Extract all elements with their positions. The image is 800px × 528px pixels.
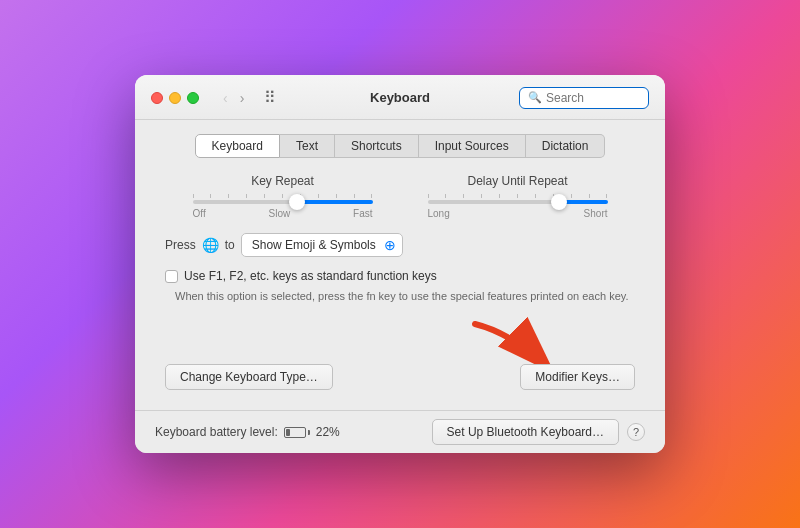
delay-repeat-long: Long (428, 208, 450, 219)
bottom-buttons-row: Change Keyboard Type… Modifier Keys… (155, 354, 645, 394)
tab-bar: Keyboard Text Shortcuts Input Sources Di… (155, 134, 645, 158)
delay-repeat-label: Delay Until Repeat (467, 174, 567, 188)
arrow-area: Change Keyboard Type… Modifier Keys… (155, 304, 645, 394)
status-buttons: Set Up Bluetooth Keyboard… ? (432, 419, 645, 445)
setup-bluetooth-button[interactable]: Set Up Bluetooth Keyboard… (432, 419, 619, 445)
keyboard-preferences-window: ‹ › ⠿ Keyboard 🔍 Keyboard Text Shortcuts… (135, 75, 665, 453)
forward-button[interactable]: › (236, 88, 249, 108)
help-button[interactable]: ? (627, 423, 645, 441)
tab-input-sources[interactable]: Input Sources (419, 134, 526, 158)
key-repeat-slow: Slow (269, 208, 291, 219)
battery-body (284, 427, 306, 438)
maximize-button[interactable] (187, 92, 199, 104)
emoji-dropdown-value: Show Emoji & Symbols (252, 238, 376, 252)
key-repeat-label: Key Repeat (251, 174, 314, 188)
titlebar: ‹ › ⠿ Keyboard 🔍 (135, 75, 665, 120)
key-repeat-slider[interactable] (193, 200, 373, 204)
battery-icon (284, 427, 310, 438)
battery-label: Keyboard battery level: (155, 425, 278, 439)
battery-tip (308, 430, 310, 435)
function-keys-row: Use F1, F2, etc. keys as standard functi… (155, 269, 645, 283)
function-keys-checkbox[interactable] (165, 270, 178, 283)
battery-row: Keyboard battery level: 22% (155, 425, 340, 439)
press-label: Press (165, 238, 196, 252)
change-keyboard-button[interactable]: Change Keyboard Type… (165, 364, 333, 390)
delay-repeat-thumb[interactable] (551, 194, 567, 210)
tab-text[interactable]: Text (280, 134, 335, 158)
key-repeat-off: Off (193, 208, 206, 219)
search-input[interactable] (546, 91, 640, 105)
traffic-lights (151, 92, 199, 104)
search-icon: 🔍 (528, 91, 542, 104)
tab-keyboard[interactable]: Keyboard (195, 134, 280, 158)
press-to-label: to (225, 238, 235, 252)
dropdown-arrow-icon: ⊕ (384, 237, 396, 253)
minimize-button[interactable] (169, 92, 181, 104)
tab-dictation[interactable]: Dictation (526, 134, 606, 158)
delay-repeat-short: Short (584, 208, 608, 219)
nav-arrows: ‹ › (219, 88, 248, 108)
status-bar: Keyboard battery level: 22% Set Up Bluet… (135, 410, 665, 453)
battery-fill (286, 429, 291, 436)
back-button[interactable]: ‹ (219, 88, 232, 108)
sliders-section: Key Repeat Off Slow Fast Delay Until Rep… (165, 174, 635, 219)
delay-repeat-group: Delay Until Repeat Long Short (400, 174, 635, 219)
globe-icon: 🌐 (202, 237, 219, 253)
tab-shortcuts[interactable]: Shortcuts (335, 134, 419, 158)
function-keys-label: Use F1, F2, etc. keys as standard functi… (184, 269, 437, 283)
modifier-keys-button[interactable]: Modifier Keys… (520, 364, 635, 390)
delay-repeat-ends: Long Short (428, 208, 608, 219)
main-content: Keyboard Text Shortcuts Input Sources Di… (135, 120, 665, 410)
press-to-row: Press 🌐 to Show Emoji & Symbols ⊕ (155, 233, 645, 257)
grid-icon: ⠿ (264, 88, 276, 107)
window-title: Keyboard (370, 90, 430, 105)
close-button[interactable] (151, 92, 163, 104)
emoji-dropdown[interactable]: Show Emoji & Symbols ⊕ (241, 233, 403, 257)
key-repeat-fast: Fast (353, 208, 372, 219)
key-repeat-thumb[interactable] (289, 194, 305, 210)
function-keys-description: When this option is selected, press the … (165, 289, 645, 304)
key-repeat-group: Key Repeat Off Slow Fast (165, 174, 400, 219)
key-repeat-ends: Off Slow Fast (193, 208, 373, 219)
battery-percent: 22% (316, 425, 340, 439)
delay-repeat-slider[interactable] (428, 200, 608, 204)
search-box[interactable]: 🔍 (519, 87, 649, 109)
